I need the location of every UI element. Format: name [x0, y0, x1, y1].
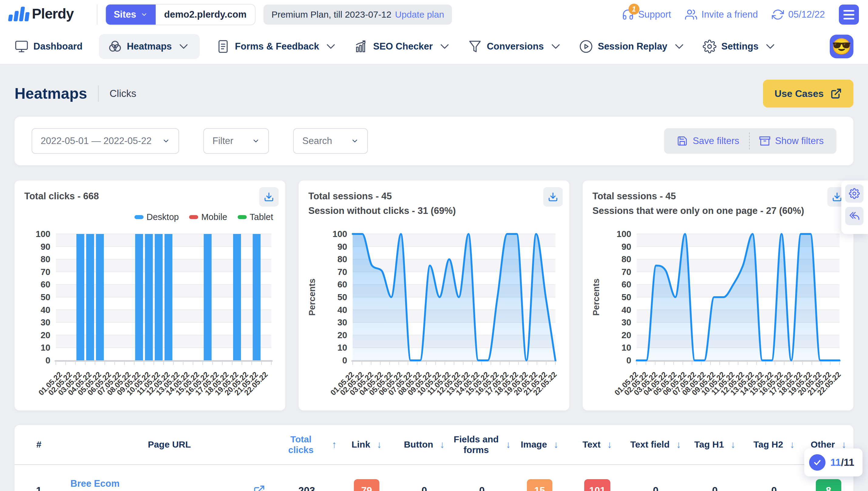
download-chart-button[interactable] — [259, 187, 279, 207]
svg-text:30: 30 — [338, 318, 347, 327]
filter-bar: 2022-05-01 — 2022-05-22 Filter Search Sa… — [14, 117, 854, 165]
settings-tool-button[interactable] — [845, 184, 863, 203]
undo-tool-button[interactable] — [845, 207, 863, 225]
floppy-disk-icon — [677, 136, 688, 146]
count-badge: 79 — [354, 479, 379, 491]
legend-swatch — [134, 215, 144, 219]
update-plan-link[interactable]: Update plan — [395, 9, 444, 20]
column-header-total-clicks[interactable]: Total clicks↑ — [276, 425, 338, 465]
show-filters-button[interactable]: Show filters — [750, 136, 833, 146]
show-filters-label: Show filters — [775, 136, 824, 146]
nav-label: Forms & Feedback — [235, 41, 319, 52]
user-avatar[interactable]: 😎 — [830, 35, 854, 58]
table-header: #Page URLTotal clicks↑Link↓Button↓Fields… — [14, 425, 854, 465]
sort-down-icon[interactable]: ↓ — [731, 439, 735, 450]
svg-text:90: 90 — [338, 242, 347, 252]
table-body: 1Bree Ecomhttps://demo2.plerdy.com203790… — [14, 465, 854, 491]
row-number: 1 — [14, 465, 63, 491]
download-chart-button[interactable] — [543, 187, 563, 207]
legend-item-tablet[interactable]: Tablet — [238, 212, 273, 222]
date-range-select[interactable]: 2022-05-01 — 2022-05-22 — [32, 128, 179, 154]
column-header-text[interactable]: Text↓ — [568, 425, 626, 465]
legend-label: Tablet — [250, 212, 273, 222]
column-header-: # — [14, 425, 63, 465]
column-header-text-field[interactable]: Text field↓ — [626, 425, 685, 465]
nav-item-seo-checker[interactable]: SEO Checker — [354, 39, 451, 54]
svg-text:20: 20 — [338, 330, 347, 340]
count-value: 0 — [744, 465, 804, 491]
sort-down-icon[interactable]: ↓ — [554, 439, 558, 450]
current-site-domain[interactable]: demo2.plerdy.com — [156, 5, 255, 25]
rows-progress-indicator: 11/11 — [804, 449, 863, 476]
logo-text: Plerdy — [32, 4, 74, 23]
invite-friend-link[interactable]: Invite a friend — [685, 8, 758, 21]
nav-item-conversions[interactable]: Conversions — [468, 39, 563, 54]
nav-item-heatmaps[interactable]: Heatmaps — [99, 34, 200, 59]
nav-label: SEO Checker — [373, 41, 432, 52]
external-link-icon — [830, 88, 842, 99]
chevron-down-icon — [324, 39, 338, 54]
chevron-down-icon — [351, 137, 359, 145]
support-link[interactable]: 1 Support — [622, 8, 671, 21]
column-header-tag-h1[interactable]: Tag H1↓ — [685, 425, 744, 465]
refresh-icon — [772, 8, 784, 21]
venn-icon — [108, 39, 122, 54]
sort-down-icon[interactable]: ↓ — [506, 439, 511, 450]
column-header-image[interactable]: Image↓ — [511, 425, 568, 465]
svg-text:20: 20 — [622, 330, 631, 340]
sort-up-icon[interactable]: ↑ — [332, 439, 337, 450]
column-header-page-url: Page URL — [63, 425, 276, 465]
page-link[interactable]: Bree Ecom — [70, 478, 168, 489]
chevron-down-icon — [672, 39, 686, 54]
sites-dropdown-button[interactable]: Sites — [106, 5, 156, 25]
column-header-fields-and-forms[interactable]: Fields and forms↓ — [453, 425, 511, 465]
legend-item-desktop[interactable]: Desktop — [134, 212, 179, 222]
nav-item-dashboard[interactable]: Dashboard — [14, 39, 83, 54]
nav-item-settings[interactable]: Settings — [703, 39, 777, 54]
column-header-button[interactable]: Button↓ — [396, 425, 453, 465]
nav-item-forms-feedback[interactable]: Forms & Feedback — [216, 39, 338, 54]
chevron-down-icon — [141, 11, 148, 18]
floating-tools-panel — [841, 180, 868, 234]
svg-text:40: 40 — [41, 305, 51, 315]
svg-text:10: 10 — [622, 343, 631, 352]
svg-text:80: 80 — [622, 254, 631, 264]
users-icon — [685, 8, 697, 21]
nav-item-session-replay[interactable]: Session Replay — [579, 39, 686, 54]
chevron-down-icon — [177, 39, 191, 54]
column-header-tag-h2[interactable]: Tag H2↓ — [744, 425, 804, 465]
legend-item-mobile[interactable]: Mobile — [189, 212, 227, 222]
menu-button[interactable] — [839, 5, 859, 25]
svg-text:0: 0 — [342, 355, 347, 365]
gear-icon — [703, 39, 717, 54]
plerdy-logo[interactable]: Plerdy — [9, 4, 97, 25]
play-icon — [579, 39, 593, 54]
save-filters-button[interactable]: Save filters — [667, 136, 749, 146]
search-select[interactable]: Search — [293, 128, 368, 154]
column-header-link[interactable]: Link↓ — [338, 425, 396, 465]
column-label: Total clicks — [277, 434, 326, 455]
svg-text:100: 100 — [36, 229, 51, 239]
sort-down-icon[interactable]: ↓ — [607, 439, 612, 450]
use-cases-button[interactable]: Use Cases — [763, 80, 854, 108]
refresh-date[interactable]: 05/12/22 — [772, 8, 825, 21]
svg-text:30: 30 — [41, 318, 51, 327]
plan-banner: Premium Plan, till 2023-07-12 Update pla… — [264, 5, 452, 25]
current-date: 05/12/22 — [788, 9, 825, 20]
chart-title: Total clicks - 668 — [24, 191, 99, 202]
total-clicks-bar-chart: 100908070605040302010001.05.2202.05.2203… — [23, 226, 277, 408]
gear-icon — [849, 188, 860, 199]
column-label: Fields and forms — [453, 434, 499, 455]
sites-label: Sites — [114, 9, 136, 20]
total-clicks-chart-card: Total clicks - 668 DesktopMobileTablet 1… — [14, 180, 285, 410]
sort-down-icon[interactable]: ↓ — [440, 439, 445, 450]
sort-down-icon[interactable]: ↓ — [676, 439, 681, 450]
external-link-icon[interactable] — [253, 485, 265, 491]
sort-down-icon[interactable]: ↓ — [377, 439, 382, 450]
count-value: 0 — [396, 465, 453, 491]
plerdy-logo-icon — [8, 4, 31, 23]
sort-down-icon[interactable]: ↓ — [790, 439, 795, 450]
filter-select[interactable]: Filter — [203, 128, 269, 154]
filter-actions: Save filters Show filters — [664, 128, 836, 154]
progress-count: 11/11 — [830, 457, 854, 468]
